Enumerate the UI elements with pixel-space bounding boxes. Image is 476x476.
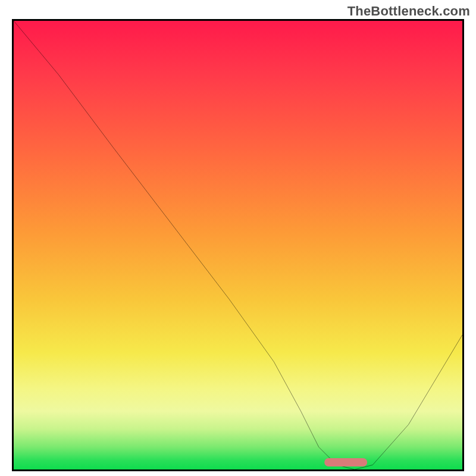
- line-series: [14, 21, 462, 469]
- watermark-text: TheBottleneck.com: [347, 4, 470, 19]
- chart-stage: TheBottleneck.com: [0, 0, 476, 476]
- optimum-marker: [324, 458, 367, 466]
- plot-area: [12, 19, 464, 471]
- curve-path: [14, 21, 462, 469]
